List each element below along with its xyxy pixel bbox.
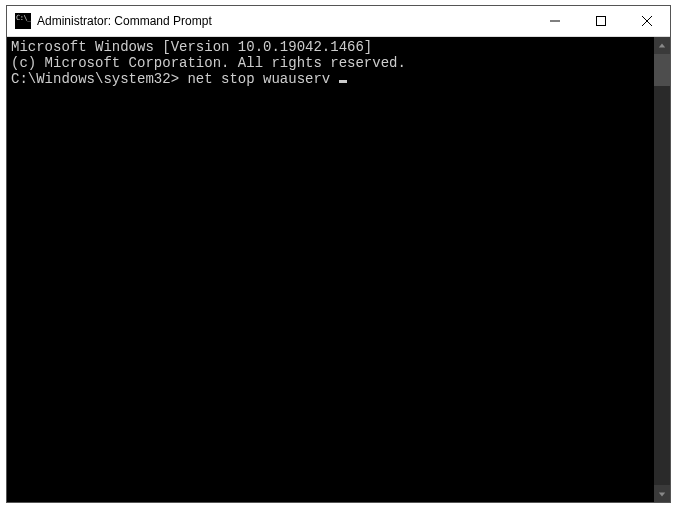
cursor [339,80,347,83]
svg-rect-1 [597,17,606,26]
window-title: Administrator: Command Prompt [37,14,532,28]
cmd-icon [15,13,31,29]
typed-command: net stop wuauserv [187,71,330,87]
vertical-scrollbar[interactable] [654,37,670,502]
scroll-thumb[interactable] [654,54,670,86]
window-controls [532,6,670,36]
close-button[interactable] [624,6,670,36]
terminal-line: Microsoft Windows [Version 10.0.19042.14… [11,39,650,55]
window: Administrator: Command Prompt Microsoft … [6,5,671,503]
terminal-line: (c) Microsoft Corporation. All rights re… [11,55,650,71]
prompt: C:\Windows\system32> [11,71,179,87]
terminal-output[interactable]: Microsoft Windows [Version 10.0.19042.14… [7,37,654,502]
scroll-up-button[interactable] [654,37,670,54]
terminal-prompt-line: C:\Windows\system32> net stop wuauserv [11,71,650,87]
minimize-button[interactable] [532,6,578,36]
scroll-down-button[interactable] [654,485,670,502]
client-area: Microsoft Windows [Version 10.0.19042.14… [7,37,670,502]
maximize-button[interactable] [578,6,624,36]
titlebar[interactable]: Administrator: Command Prompt [7,6,670,37]
